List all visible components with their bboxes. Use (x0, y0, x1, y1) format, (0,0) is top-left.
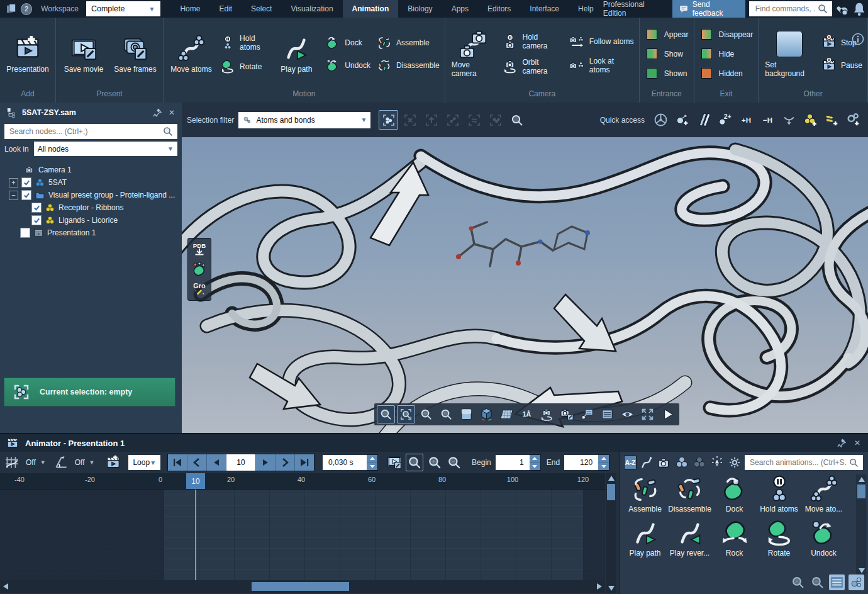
angle-snap-icon[interactable] (53, 454, 69, 471)
select-visible-icon[interactable] (379, 110, 398, 130)
animation-preset-rock[interactable]: Rock (712, 518, 757, 558)
select-similar-icon[interactable] (464, 110, 484, 130)
group-filter-icon[interactable] (692, 455, 707, 470)
search-nodes-box[interactable] (4, 124, 177, 139)
play-icon[interactable] (659, 405, 677, 423)
tree-node[interactable]: Ligands - Licorice (4, 214, 181, 227)
panel-icon[interactable] (598, 405, 616, 423)
ribbon-play-path-button[interactable]: Play path (274, 33, 319, 75)
ribbon-appear-button[interactable]: Appear (645, 27, 689, 42)
grid-plane-icon[interactable] (498, 405, 516, 423)
search-animations-input[interactable] (748, 457, 849, 468)
animation-preset-assemble[interactable]: Assemble (623, 474, 667, 513)
end-input[interactable] (569, 457, 594, 468)
chevron-down-icon[interactable]: ▼ (89, 459, 95, 466)
zoom-window-icon[interactable] (377, 405, 395, 423)
select-add-icon[interactable] (486, 110, 505, 130)
scroll-down-icon[interactable] (606, 583, 616, 593)
select-connected-icon[interactable] (443, 110, 462, 130)
menu-interface[interactable]: Interface (520, 0, 569, 18)
scene-3d[interactable]: PDBGro 1Å (182, 137, 868, 433)
prev-frame-button[interactable] (187, 454, 207, 471)
ribbon-hide-button[interactable]: Hide (699, 47, 754, 62)
tree-node[interactable]: Presentation 1 (4, 227, 181, 239)
menu-help[interactable]: Help (569, 0, 603, 18)
tree-node[interactable]: −Visual preset group - Protein-ligand ..… (4, 189, 181, 201)
loop-select[interactable]: Loop ▼ (128, 455, 160, 470)
ribbon-shown-button[interactable]: Shown (645, 66, 689, 81)
current-frame-input[interactable] (227, 457, 255, 468)
remove-hydrogens-icon[interactable]: −H (758, 110, 777, 130)
tree-node[interactable]: Camera 1 (4, 164, 181, 176)
close-icon[interactable]: ✕ (167, 108, 177, 118)
add-molecule-icon[interactable] (801, 110, 820, 130)
zoom-selection-icon[interactable] (397, 405, 415, 423)
orientation-cube-icon[interactable] (477, 405, 496, 423)
ribbon-dock-button[interactable]: Dock (325, 35, 370, 50)
ribbon-show-button[interactable]: Show (645, 47, 689, 62)
animation-preset-disassemble[interactable]: Disassemble (667, 474, 712, 513)
visibility-checkbox[interactable] (20, 228, 30, 238)
menu-visualization[interactable]: Visualization (281, 0, 342, 18)
play-forward-button[interactable] (256, 454, 275, 471)
animation-preset-rotate[interactable]: Rotate (757, 518, 801, 558)
animation-preset-dock[interactable]: Dock (712, 474, 757, 513)
hscroll-thumb[interactable] (252, 582, 349, 591)
minimize-icon[interactable] (779, 110, 799, 130)
presets-zoom-out-icon[interactable] (810, 574, 825, 590)
zoom-in-icon[interactable] (417, 405, 435, 423)
end-field[interactable] (564, 455, 598, 470)
scroll-thumb[interactable] (857, 485, 865, 498)
ribbon-assemble-button[interactable]: Assemble (377, 35, 440, 50)
playhead-frame-chip[interactable]: 10 (186, 473, 205, 489)
save-camera-icon[interactable] (558, 405, 576, 423)
menu-select[interactable]: Select (242, 0, 281, 18)
pdb-download-icon[interactable]: PDB (191, 242, 208, 258)
workspace-select[interactable]: Complete ▼ (86, 1, 160, 16)
thumbnail-view-icon[interactable] (849, 574, 864, 590)
ribbon-hold-atoms-button[interactable]: Hold atoms (220, 34, 267, 52)
timeline-vscrollbar[interactable] (606, 473, 616, 593)
animation-preset-undock[interactable]: Undock (801, 518, 846, 558)
scale-1a-icon[interactable]: 1Å (518, 405, 536, 423)
current-frame-field[interactable] (226, 454, 256, 471)
gro-builder-icon[interactable]: Gro (191, 281, 208, 297)
ribbon-rotate-button[interactable]: Rotate (220, 59, 267, 74)
begin-field[interactable] (496, 455, 530, 470)
selection-filter-select[interactable]: Atoms and bonds ▼ (238, 112, 370, 128)
orbit-view-icon[interactable] (538, 405, 556, 423)
info-icon[interactable] (850, 31, 865, 47)
zoom-out-icon[interactable] (437, 405, 455, 423)
viewport[interactable]: PDBGro 1Å Selection filter Atoms and bon… (182, 103, 868, 433)
add-surface-icon[interactable] (822, 110, 842, 130)
menu-editors[interactable]: Editors (478, 0, 520, 18)
visibility-checkbox[interactable] (21, 190, 31, 200)
add-atoms-icon[interactable] (672, 110, 692, 130)
ribbon-save-frames-button[interactable]: Save frames (113, 33, 158, 75)
look-in-select[interactable]: All nodes ▼ (34, 142, 177, 156)
set-charge-icon[interactable]: 2+ (715, 110, 735, 130)
deselect-icon[interactable] (400, 110, 420, 130)
notifications-bell-icon[interactable] (850, 0, 868, 18)
timeline-body[interactable] (0, 490, 605, 580)
ribbon-hold-camera-button[interactable]: Hold camera (503, 33, 563, 50)
camera-filter-icon[interactable] (657, 455, 672, 470)
animation-preset-play-rever-[interactable]: Play rever... (667, 518, 712, 558)
grid-snap-icon[interactable] (4, 454, 20, 471)
menu-home[interactable]: Home (170, 0, 209, 18)
find-commands-input[interactable] (754, 4, 817, 14)
change-bond-icon[interactable] (694, 110, 713, 130)
menu-biology[interactable]: Biology (398, 0, 442, 18)
vscroll-thumb[interactable] (607, 484, 615, 500)
visibility-checkbox[interactable] (31, 215, 42, 225)
tree-node[interactable]: +5SAT (4, 176, 181, 189)
timeline-zoom-out-icon[interactable] (446, 454, 462, 471)
molecule-filter-icon[interactable] (674, 455, 689, 470)
menu-edit[interactable]: Edit (209, 0, 242, 18)
tree-node[interactable]: Receptor - Ribbons (4, 201, 181, 214)
animation-preset-play-path[interactable]: Play path (623, 518, 667, 558)
begin-stepper[interactable] (530, 454, 541, 471)
end-stepper[interactable] (598, 454, 609, 471)
scroll-up-icon[interactable] (856, 474, 867, 484)
timeline-hscrollbar[interactable] (0, 580, 605, 593)
